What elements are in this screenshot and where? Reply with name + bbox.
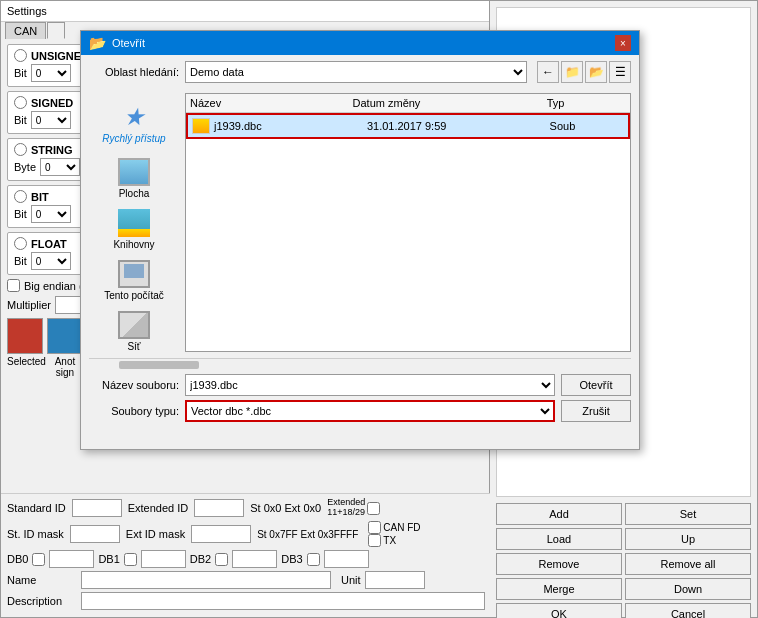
signed-radio[interactable] xyxy=(14,96,27,109)
description-row: Description xyxy=(7,592,485,610)
scrollbar-horizontal[interactable] xyxy=(89,358,631,370)
description-input[interactable] xyxy=(81,592,485,610)
st-ext2-label: St 0x7FF Ext 0x3FFFF xyxy=(257,529,358,540)
big-endian-checkbox[interactable] xyxy=(7,279,20,292)
toolbar-back-button[interactable]: ← xyxy=(537,61,559,83)
extended-id-input[interactable]: 0 xyxy=(194,499,244,517)
bit-label: BIT xyxy=(31,191,49,203)
string-byte-select[interactable]: 0 xyxy=(40,158,80,176)
tx-checkbox[interactable] xyxy=(368,534,381,547)
dialog-close-button[interactable]: × xyxy=(615,35,631,51)
name-input[interactable] xyxy=(81,571,331,589)
remove-button[interactable]: Remove xyxy=(496,553,622,575)
filetype-select[interactable]: Vector dbc *.dbc xyxy=(185,400,555,422)
computer-icon xyxy=(118,260,150,288)
multiplier-label: Multiplier xyxy=(7,299,51,311)
db1-input[interactable]: 0 xyxy=(141,550,186,568)
db2-checkbox[interactable] xyxy=(215,553,228,566)
tab-can[interactable]: CAN xyxy=(5,22,46,39)
selected-color-blue[interactable] xyxy=(47,318,83,354)
toolbar-view-button[interactable]: ☰ xyxy=(609,61,631,83)
db3-input[interactable]: 0 xyxy=(324,550,369,568)
float-label: FLOAT xyxy=(31,238,67,250)
dialog-title: Otevřít xyxy=(112,37,145,49)
filetype-label: Soubory typu: xyxy=(89,405,179,417)
float-bit-select[interactable]: 0 xyxy=(31,252,71,270)
file-row-j1939[interactable]: j1939.dbc 31.01.2017 9:59 Soub xyxy=(186,113,630,139)
file-type: Soub xyxy=(550,120,624,132)
unsigned-bit-label: Bit xyxy=(14,67,27,79)
network-icon xyxy=(118,311,150,339)
tx-label: TX xyxy=(383,535,396,546)
merge-button[interactable]: Merge xyxy=(496,578,622,600)
quick-access: ★ Rychlý přístup Plocha Knihovny Tento p… xyxy=(89,93,179,352)
st-id-mask-label: St. ID mask xyxy=(7,528,64,540)
quick-item-libraries[interactable]: Knihovny xyxy=(113,209,154,250)
up-button[interactable]: Up xyxy=(625,528,751,550)
name-label: Name xyxy=(7,574,77,586)
selected-text-label: Selected xyxy=(7,356,43,378)
open-button[interactable]: Otevřít xyxy=(561,374,631,396)
open-dialog: 📂 Otevřít × Oblast hledání: Demo data ← … xyxy=(80,30,640,450)
file-icon xyxy=(192,118,210,134)
st-ext-label: St 0x0 Ext 0x0 xyxy=(250,502,321,514)
quick-item-network[interactable]: Síť xyxy=(118,311,150,352)
set-button[interactable]: Set xyxy=(625,503,751,525)
db2-label: DB2 xyxy=(190,553,211,565)
dialog-cancel-button[interactable]: Zrušit xyxy=(561,400,631,422)
signed-label: SIGNED xyxy=(31,97,73,109)
cancel-button[interactable]: Cancel xyxy=(625,603,751,618)
unsigned-bit-select[interactable]: 0 xyxy=(31,64,71,82)
description-label: Description xyxy=(7,595,77,607)
standard-id-input[interactable]: 0 xyxy=(72,499,122,517)
standard-id-label: Standard ID xyxy=(7,502,66,514)
tab-active[interactable] xyxy=(47,22,65,39)
filename-label: Název souboru: xyxy=(89,379,179,391)
dialog-toolbar: ← 📁 📂 ☰ xyxy=(537,61,631,83)
can-fd-checkbox[interactable] xyxy=(368,521,381,534)
db1-checkbox[interactable] xyxy=(124,553,137,566)
db0-input[interactable]: 0 xyxy=(49,550,94,568)
signed-bit-select[interactable]: 0 xyxy=(31,111,71,129)
search-area-label: Oblast hledání: xyxy=(89,66,179,78)
quick-access-label: ★ Rychlý přístup xyxy=(102,103,165,144)
db2-input[interactable]: 0 xyxy=(232,550,277,568)
ok-button[interactable]: OK xyxy=(496,603,622,618)
filename-select[interactable]: j1939.dbc xyxy=(185,374,555,396)
bit-bit-select[interactable]: 0 xyxy=(31,205,71,223)
dialog-titlebar: 📂 Otevřít × xyxy=(81,31,639,55)
quick-item-desktop[interactable]: Plocha xyxy=(118,158,150,199)
add-button[interactable]: Add xyxy=(496,503,622,525)
selected-color-red[interactable] xyxy=(7,318,43,354)
desktop-label: Plocha xyxy=(119,188,150,199)
bit-bit-label: Bit xyxy=(14,208,27,220)
another-text-label: Anot sign xyxy=(47,356,83,378)
toolbar-new-folder-button[interactable]: 📂 xyxy=(585,61,607,83)
quick-item-computer[interactable]: Tento počítač xyxy=(104,260,163,301)
unsigned-radio[interactable] xyxy=(14,49,27,62)
settings-titlebar: Settings xyxy=(1,1,489,22)
down-button[interactable]: Down xyxy=(625,578,751,600)
string-label: STRING xyxy=(31,144,73,156)
string-radio[interactable] xyxy=(14,143,27,156)
extended-checkbox[interactable] xyxy=(367,502,380,515)
ext-id-mask-input[interactable]: 262143 xyxy=(191,525,251,543)
float-radio[interactable] xyxy=(14,237,27,250)
unit-input[interactable] xyxy=(365,571,425,589)
remove-all-button[interactable]: Remove all xyxy=(625,553,751,575)
unit-label: Unit xyxy=(341,574,361,586)
bit-radio[interactable] xyxy=(14,190,27,203)
ext-id-mask-label: Ext ID mask xyxy=(126,528,185,540)
st-id-mask-input[interactable]: 2047 xyxy=(70,525,120,543)
db3-checkbox[interactable] xyxy=(307,553,320,566)
search-area-select[interactable]: Demo data xyxy=(185,61,527,83)
db1-label: DB1 xyxy=(98,553,119,565)
load-button[interactable]: Load xyxy=(496,528,622,550)
filetype-row: Soubory typu: Vector dbc *.dbc Zrušit xyxy=(89,400,631,422)
settings-title: Settings xyxy=(7,5,47,17)
file-date: 31.01.2017 9:59 xyxy=(367,120,546,132)
col-type: Typ xyxy=(547,97,626,109)
db0-checkbox[interactable] xyxy=(32,553,45,566)
toolbar-folder-button[interactable]: 📁 xyxy=(561,61,583,83)
id-row-1: Standard ID 0 Extended ID 0 St 0x0 Ext 0… xyxy=(7,498,485,518)
